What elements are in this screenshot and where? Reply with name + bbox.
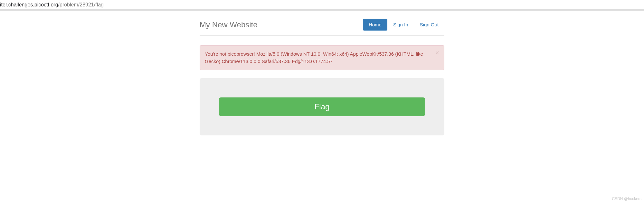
browser-url-bar[interactable]: iter.challenges.picoctf.org/problem/2892… (0, 0, 644, 10)
url-domain: iter.challenges.picoctf.org (0, 2, 58, 8)
alert-banner: You're not picobrowser! Mozilla/5.0 (Win… (200, 45, 444, 70)
divider (200, 142, 444, 142)
close-icon[interactable]: × (435, 50, 439, 56)
navbar-brand[interactable]: My New Website (200, 20, 258, 29)
page-container: My New Website Home Sign In Sign Out You… (200, 11, 444, 142)
nav-items: Home Sign In Sign Out (363, 19, 444, 31)
url-path: /problem/28921/flag (58, 2, 104, 8)
watermark: CSDN @huckers (612, 197, 641, 201)
navbar: My New Website Home Sign In Sign Out (200, 14, 444, 36)
nav-signin[interactable]: Sign In (387, 19, 414, 31)
flag-button[interactable]: Flag (219, 97, 425, 116)
alert-message: You're not picobrowser! Mozilla/5.0 (Win… (205, 51, 423, 64)
nav-signout[interactable]: Sign Out (414, 19, 444, 31)
jumbotron: Flag (200, 78, 444, 135)
nav-home[interactable]: Home (363, 19, 387, 31)
